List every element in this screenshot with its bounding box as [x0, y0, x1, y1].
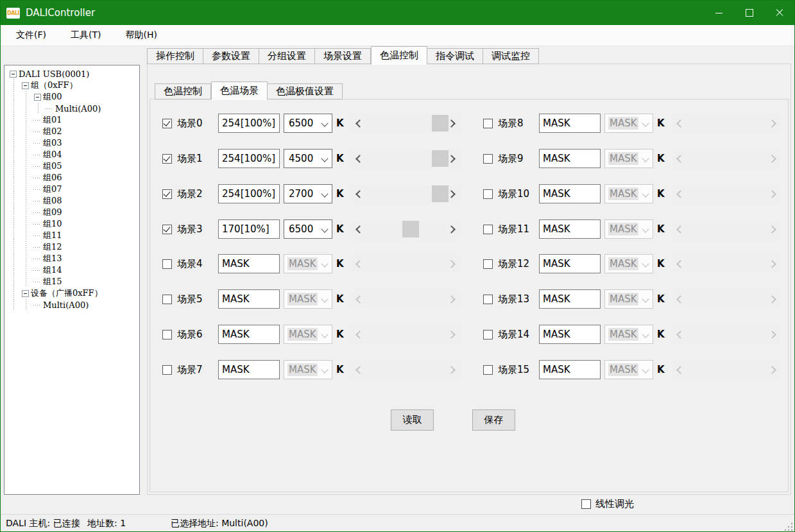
collapse-icon[interactable]: [10, 71, 17, 78]
scene-checkbox[interactable]: [162, 189, 172, 199]
tab-分组设置[interactable]: 分组设置: [259, 48, 315, 64]
scene-temp-select[interactable]: MASK: [604, 149, 653, 168]
tree-item[interactable]: Multi(A00): [4, 103, 139, 114]
scene-temp-scrollbar[interactable]: [352, 185, 459, 202]
scene-temp-select[interactable]: 6500: [284, 219, 332, 239]
menu-item-1[interactable]: 工具(T): [63, 25, 108, 46]
tree-item[interactable]: 组11: [4, 230, 139, 241]
scene-temp-scrollbar[interactable]: [352, 115, 459, 132]
scene-level-input[interactable]: [539, 219, 601, 239]
tree-item[interactable]: 组07: [4, 184, 139, 195]
tree-item[interactable]: 组09: [4, 207, 139, 218]
tab-场景设置[interactable]: 场景设置: [315, 48, 371, 64]
scene-level-input[interactable]: [539, 289, 601, 309]
scroll-right-arrow-icon[interactable]: [447, 119, 456, 128]
scene-temp-select[interactable]: MASK: [284, 289, 332, 309]
collapse-icon[interactable]: [34, 94, 41, 101]
tree-item[interactable]: 组03: [4, 137, 139, 149]
tab-色温极值设置[interactable]: 色温极值设置: [268, 83, 343, 99]
scene-checkbox[interactable]: [483, 365, 493, 375]
scene-temp-scrollbar[interactable]: [352, 150, 459, 167]
scene-checkbox[interactable]: [162, 330, 172, 339]
maximize-button[interactable]: [734, 1, 764, 25]
scene-level-input[interactable]: [539, 360, 601, 379]
scroll-left-arrow-icon[interactable]: [355, 119, 364, 128]
scene-temp-select[interactable]: 6500: [284, 114, 332, 133]
scene-level-input[interactable]: [539, 254, 601, 273]
tree-item[interactable]: 组05: [4, 160, 139, 172]
scene-temp-select[interactable]: MASK: [604, 114, 653, 133]
scroll-right-arrow-icon[interactable]: [447, 190, 456, 198]
scene-level-input[interactable]: [539, 325, 601, 344]
collapse-icon[interactable]: [22, 82, 29, 89]
tree-item[interactable]: 组01: [4, 114, 139, 126]
scene-checkbox[interactable]: [483, 259, 493, 269]
tree-item[interactable]: 组04: [4, 149, 139, 160]
tree-item[interactable]: 组10: [4, 218, 139, 230]
scene-checkbox[interactable]: [483, 330, 493, 339]
tree-item[interactable]: 组00: [4, 91, 139, 103]
collapse-icon[interactable]: [22, 290, 29, 297]
save-button[interactable]: 保存: [472, 409, 515, 431]
tab-操作控制[interactable]: 操作控制: [147, 48, 203, 64]
scene-level-input[interactable]: [218, 360, 280, 379]
scene-level-input[interactable]: [539, 114, 601, 133]
tree-item[interactable]: 组06: [4, 172, 139, 184]
tree-item[interactable]: 组02: [4, 126, 139, 137]
tree-item[interactable]: 组08: [4, 195, 139, 207]
tree-item[interactable]: 组13: [4, 253, 139, 264]
tree-item[interactable]: Multi(A00): [4, 299, 139, 311]
scene-level-input[interactable]: [539, 149, 601, 168]
scene-level-input[interactable]: [218, 114, 280, 133]
scene-temp-select[interactable]: MASK: [284, 325, 332, 344]
tree-item[interactable]: 组12: [4, 241, 139, 253]
scroll-left-arrow-icon[interactable]: [355, 190, 364, 198]
scene-checkbox[interactable]: [162, 225, 172, 234]
scroll-right-arrow-icon[interactable]: [447, 155, 456, 163]
scene-temp-select[interactable]: MASK: [284, 254, 332, 273]
scrollbar-thumb[interactable]: [432, 150, 449, 167]
scene-temp-select[interactable]: MASK: [604, 184, 653, 203]
scene-level-input[interactable]: [218, 325, 280, 344]
menu-item-0[interactable]: 文件(F): [8, 25, 54, 46]
scene-checkbox[interactable]: [162, 259, 172, 269]
linear-dimming-checkbox[interactable]: 线性调光: [581, 498, 634, 510]
menu-item-2[interactable]: 帮助(H): [117, 25, 164, 46]
scene-level-input[interactable]: [218, 289, 280, 309]
tab-指令调试[interactable]: 指令调试: [427, 48, 483, 64]
close-button[interactable]: [764, 1, 794, 25]
scene-checkbox[interactable]: [483, 189, 493, 199]
scene-level-input[interactable]: [218, 184, 280, 203]
scene-temp-select[interactable]: MASK: [284, 360, 332, 379]
scene-level-input[interactable]: [218, 254, 280, 273]
scroll-right-arrow-icon[interactable]: [447, 225, 456, 234]
scene-checkbox[interactable]: [483, 154, 493, 164]
scene-checkbox[interactable]: [483, 295, 493, 304]
scene-temp-scrollbar[interactable]: [352, 221, 459, 237]
scene-level-input[interactable]: [218, 219, 280, 239]
minimize-button[interactable]: [704, 1, 734, 25]
scrollbar-thumb[interactable]: [402, 221, 419, 237]
resize-grip[interactable]: [784, 522, 792, 531]
scrollbar-thumb[interactable]: [432, 185, 449, 202]
scene-temp-select[interactable]: MASK: [604, 254, 653, 273]
tree-item[interactable]: 组（0xFF）: [4, 80, 139, 91]
read-button[interactable]: 读取: [391, 409, 434, 431]
scene-checkbox[interactable]: [483, 225, 493, 234]
tab-色温控制[interactable]: 色温控制: [155, 83, 211, 99]
scene-temp-select[interactable]: 4500: [284, 149, 332, 168]
scene-temp-select[interactable]: MASK: [604, 360, 653, 379]
scene-temp-select[interactable]: MASK: [604, 289, 653, 309]
scene-temp-select[interactable]: MASK: [604, 219, 653, 239]
tab-色温控制[interactable]: 色温控制: [371, 46, 427, 65]
scene-level-input[interactable]: [539, 184, 601, 203]
scene-level-input[interactable]: [218, 149, 280, 168]
scroll-left-arrow-icon[interactable]: [355, 155, 364, 163]
scene-checkbox[interactable]: [162, 295, 172, 304]
tree-item[interactable]: 组15: [4, 276, 139, 287]
scene-checkbox[interactable]: [162, 119, 172, 128]
tree-item[interactable]: 设备（广播0xFF）: [4, 287, 139, 299]
tab-色温场景[interactable]: 色温场景: [211, 82, 268, 100]
tab-参数设置[interactable]: 参数设置: [203, 48, 259, 64]
tree-item[interactable]: 组14: [4, 264, 139, 276]
